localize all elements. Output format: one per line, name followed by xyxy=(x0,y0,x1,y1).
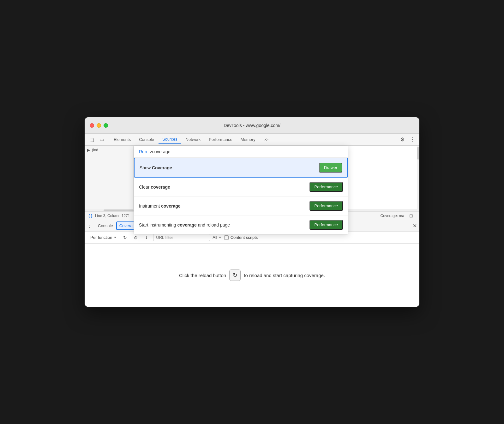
all-select-container[interactable]: All ▼ xyxy=(213,235,221,240)
main-area: ▶ (ind – – – xyxy=(85,146,419,211)
command-item-instrument-coverage-text: Instrument coverage xyxy=(139,203,181,209)
command-item-start-instrumenting[interactable]: Start instrumenting coverage and reload … xyxy=(134,215,348,234)
tab-console[interactable]: Console xyxy=(135,135,158,144)
content-scripts-row: Content scripts xyxy=(224,235,258,240)
sidebar-item[interactable]: ▶ (ind xyxy=(85,147,133,153)
command-item-start-instrumenting-text: Start instrumenting coverage and reload … xyxy=(139,222,230,227)
drawer-close-icon[interactable]: ✕ xyxy=(413,223,417,229)
devtools-window: DevTools - www.google.com/ ⬚ ▭ Elements … xyxy=(85,117,419,307)
all-select-arrow-icon: ▼ xyxy=(219,236,222,239)
all-label: All xyxy=(213,235,217,240)
performance-badge-2[interactable]: Performance xyxy=(309,201,343,211)
traffic-lights xyxy=(90,123,108,128)
status-right: Coverage: n/a ⊡ xyxy=(381,211,416,220)
device-icon[interactable]: ▭ xyxy=(97,135,106,144)
screenshot-icon[interactable]: ⊡ xyxy=(407,211,416,220)
more-options-icon[interactable]: ⋮ xyxy=(408,135,417,144)
tab-sources[interactable]: Sources xyxy=(159,135,181,144)
per-function-arrow-icon: ▼ xyxy=(113,236,117,239)
command-palette: Run >coverage Show Coverage Drawer xyxy=(134,146,348,234)
drawer-menu-icon[interactable]: ⋮ xyxy=(87,223,92,229)
content-scripts-checkbox[interactable] xyxy=(224,235,229,240)
tab-more[interactable]: >> xyxy=(260,135,272,144)
command-items-list: Show Coverage Drawer Clear coverage Perf… xyxy=(134,158,348,234)
export-coverage-icon[interactable]: ⤓ xyxy=(142,233,151,242)
command-item-clear-coverage-text: Clear coverage xyxy=(139,185,170,190)
minimize-button[interactable] xyxy=(97,123,101,128)
content-scripts-label: Content scripts xyxy=(231,235,258,240)
tab-memory[interactable]: Memory xyxy=(237,135,259,144)
tab-bar-right-icons: ⚙ ⋮ xyxy=(398,135,417,144)
tab-bar-left-icons: ⬚ ▭ xyxy=(87,135,106,144)
coverage-status: Coverage: n/a xyxy=(381,214,404,218)
command-input-row: Run >coverage xyxy=(134,146,348,158)
tab-performance[interactable]: Performance xyxy=(205,135,236,144)
format-icon[interactable]: { } xyxy=(88,214,93,218)
vertical-scrollbar[interactable] xyxy=(417,146,419,209)
tab-network[interactable]: Network xyxy=(182,135,205,144)
tab-elements[interactable]: Elements xyxy=(110,135,135,144)
titlebar: DevTools - www.google.com/ xyxy=(85,117,419,134)
window-title: DevTools - www.google.com/ xyxy=(224,123,280,128)
devtools-body: ⬚ ▭ Elements Console Sources Network Per… xyxy=(85,134,419,307)
reload-message-prefix: Click the reload button xyxy=(179,273,226,278)
sidebar-item-label: (ind xyxy=(92,148,98,152)
per-function-dropdown[interactable]: Per function ▼ xyxy=(88,234,118,241)
command-run-label: Run xyxy=(139,149,147,154)
performance-badge-1[interactable]: Performance xyxy=(309,182,343,192)
command-item-show-coverage[interactable]: Show Coverage Drawer xyxy=(134,158,348,178)
command-item-clear-coverage[interactable]: Clear coverage Performance xyxy=(134,178,348,197)
tab-bar: ⬚ ▭ Elements Console Sources Network Per… xyxy=(85,134,419,146)
settings-icon[interactable]: ⚙ xyxy=(398,135,407,144)
command-item-show-coverage-text: Show Coverage xyxy=(140,165,172,170)
scrollbar-thumb xyxy=(417,147,419,160)
drawer-badge[interactable]: Drawer xyxy=(319,163,342,173)
main-tabs: Elements Console Sources Network Perform… xyxy=(110,135,398,144)
reload-coverage-icon[interactable]: ↻ xyxy=(121,233,129,242)
command-input-text: >coverage xyxy=(150,149,171,154)
status-left: { } Line 3, Column 1271 xyxy=(88,214,130,218)
performance-badge-3[interactable]: Performance xyxy=(309,220,343,230)
close-button[interactable] xyxy=(90,123,94,128)
sidebar-panel: ▶ (ind xyxy=(85,146,134,209)
reload-message-suffix: to reload and start capturing coverage. xyxy=(244,273,325,278)
reload-button-icon[interactable]: ↻ xyxy=(229,270,241,281)
drawer-tab-console[interactable]: Console xyxy=(95,221,116,230)
command-item-instrument-coverage[interactable]: Instrument coverage Performance xyxy=(134,197,348,215)
maximize-button[interactable] xyxy=(104,123,108,128)
cursor-position: Line 3, Column 1271 xyxy=(95,214,130,218)
url-filter-input[interactable] xyxy=(153,234,210,241)
clear-coverage-icon[interactable]: ⊘ xyxy=(132,233,140,242)
inspect-icon[interactable]: ⬚ xyxy=(87,135,96,144)
per-function-label: Per function xyxy=(90,235,112,240)
reload-message: Click the reload button ↻ to reload and … xyxy=(179,270,325,281)
coverage-content: Click the reload button ↻ to reload and … xyxy=(85,244,419,307)
sidebar-expand-icon: ▶ xyxy=(87,148,90,152)
